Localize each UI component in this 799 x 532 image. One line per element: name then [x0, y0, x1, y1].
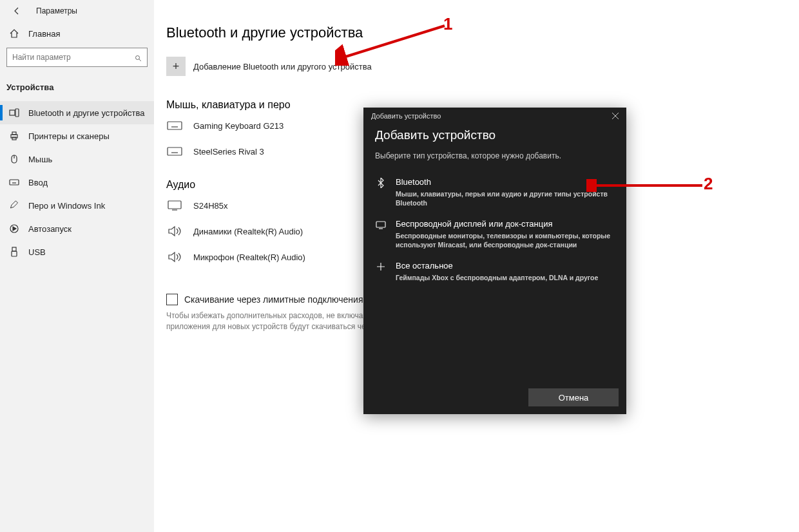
search-input[interactable]: [6, 48, 148, 67]
sidebar-item-pen[interactable]: Перо и Windows Ink: [0, 194, 154, 217]
sidebar-item-bluetooth[interactable]: Bluetooth и другие устройства: [0, 101, 154, 124]
svg-rect-28: [168, 201, 181, 209]
sidebar-item-usb[interactable]: USB: [0, 240, 154, 263]
bluetooth-icon: [375, 177, 387, 207]
svg-rect-8: [10, 180, 19, 185]
svg-point-0: [136, 56, 140, 60]
keyboard-icon: [9, 177, 19, 187]
window-title: Параметры: [36, 6, 77, 15]
svg-rect-15: [12, 251, 17, 256]
svg-rect-4: [12, 132, 16, 135]
printer-icon: [9, 131, 19, 141]
sidebar-item-printers[interactable]: Принтеры и сканеры: [0, 124, 154, 147]
sidebar-item-label: Ввод: [28, 178, 48, 187]
sidebar-item-label: Принтеры и сканеры: [28, 131, 110, 141]
option-title: Беспроводной дисплей или док-станция: [396, 219, 615, 230]
checkbox-icon: [166, 294, 178, 305]
autoplay-icon: [9, 223, 19, 234]
dialog-option-wireless-display[interactable]: Беспроводной дисплей или док-станция Бес…: [375, 214, 615, 256]
keyboard-device-icon: [166, 120, 183, 131]
checkbox-label: Скачивание через лимитные подключения: [184, 294, 363, 305]
svg-rect-14: [12, 247, 16, 251]
cancel-button[interactable]: Отмена: [528, 388, 619, 406]
sidebar-section-title: Устройства: [0, 77, 154, 101]
svg-rect-2: [15, 109, 19, 117]
monitor-icon: [166, 200, 183, 211]
svg-rect-22: [168, 147, 182, 155]
option-title: Все остальное: [396, 261, 598, 272]
option-desc: Геймпады Xbox с беспроводным адаптером, …: [396, 273, 598, 282]
option-desc: Беспроводные мониторы, телевизоры и комп…: [396, 231, 615, 249]
dialog-option-other[interactable]: Все остальное Геймпады Xbox с беспроводн…: [375, 256, 615, 289]
sidebar-item-mouse[interactable]: Мышь: [0, 147, 154, 171]
dialog-option-bluetooth[interactable]: Bluetooth Мыши, клавиатуры, перья или ау…: [375, 172, 615, 214]
option-desc: Мыши, клавиатуры, перья или аудио и друг…: [396, 189, 615, 207]
annotation-arrow-2: [586, 179, 709, 192]
sidebar-home-label: Главная: [28, 29, 60, 39]
pen-icon: [9, 200, 19, 211]
display-icon: [375, 219, 387, 249]
device-label: SteelSeries Rival 3: [193, 147, 264, 157]
speaker-icon: [166, 225, 183, 237]
sidebar-item-label: Автозапуск: [28, 224, 72, 234]
dialog-heading: Добавить устройство: [375, 128, 615, 142]
device-label: Микрофон (Realtek(R) Audio): [193, 252, 305, 262]
plus-icon: +: [166, 57, 186, 76]
sidebar-item-label: Мышь: [28, 155, 52, 164]
sidebar-item-label: Перо и Windows Ink: [28, 201, 105, 211]
speaker-icon: [166, 251, 183, 263]
sidebar-item-autoplay[interactable]: Автозапуск: [0, 217, 154, 240]
option-title: Bluetooth: [396, 177, 615, 188]
usb-icon: [9, 247, 19, 257]
devices-icon: [9, 108, 19, 118]
dialog-title-text: Добавить устройство: [371, 112, 441, 120]
device-label: S24H85x: [193, 201, 227, 211]
home-icon: [9, 28, 19, 39]
search-wrap: [0, 45, 154, 77]
sidebar-item-label: USB: [28, 247, 46, 257]
mouse-icon: [9, 154, 19, 164]
svg-rect-1: [10, 110, 15, 115]
keyboard-device-icon: [166, 146, 183, 157]
search-icon: [135, 53, 142, 61]
device-label: Динамики (Realtek(R) Audio): [193, 227, 303, 236]
annotation-number-1: 1: [443, 14, 452, 34]
plus-icon: [375, 261, 387, 282]
sidebar: Параметры Главная Устройства Bluetooth и…: [0, 0, 155, 532]
annotation-number-2: 2: [704, 174, 713, 194]
svg-rect-16: [168, 122, 182, 129]
sidebar-item-typing[interactable]: Ввод: [0, 171, 154, 194]
sidebar-home[interactable]: Главная: [0, 22, 154, 45]
close-icon[interactable]: [611, 111, 620, 120]
dialog-subheading: Выберите тип устройства, которое нужно д…: [375, 151, 615, 160]
add-device-dialog: Добавить устройство Добавить устройство …: [363, 108, 626, 414]
device-label: Gaming Keyboard G213: [193, 121, 284, 131]
dialog-title-bar: Добавить устройство: [363, 108, 626, 124]
page-title: Bluetooth и другие устройства: [166, 24, 786, 41]
add-device-button[interactable]: + Добавление Bluetooth или другого устро…: [166, 57, 786, 76]
svg-rect-30: [376, 222, 385, 227]
window-header: Параметры: [0, 0, 154, 22]
back-icon[interactable]: [12, 6, 22, 16]
svg-line-32: [342, 26, 445, 58]
sidebar-item-label: Bluetooth и другие устройства: [28, 108, 144, 118]
annotation-arrow-1: [335, 19, 451, 66]
